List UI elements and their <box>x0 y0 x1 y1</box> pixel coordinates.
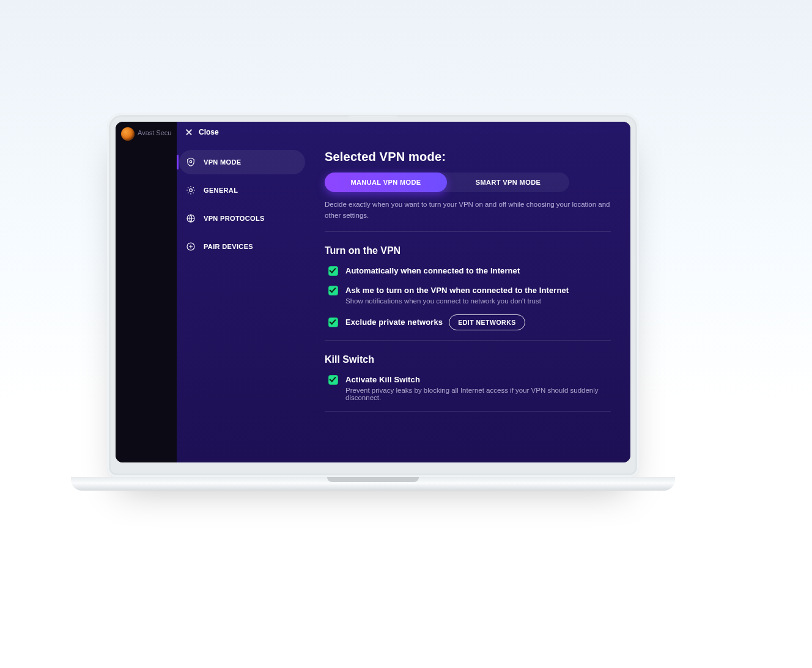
option-ask-me: Ask me to turn on the VPN when connected… <box>328 286 611 305</box>
option-exclude-private: Exclude private networks EDIT NETWORKS <box>328 314 611 330</box>
vpn-mode-toggle: MANUAL VPN MODE SMART VPN MODE <box>325 173 569 192</box>
shield-icon <box>185 157 196 168</box>
option-label: Activate Kill Switch <box>345 375 611 384</box>
edit-networks-button[interactable]: EDIT NETWORKS <box>449 314 525 330</box>
settings-panel: Close VPN MODE <box>177 122 630 462</box>
checkbox[interactable] <box>328 317 338 327</box>
settings-nav: VPN MODE GENERAL VPN PRO <box>177 146 308 462</box>
settings-content: Selected VPN mode: MANUAL VPN MODE SMART… <box>308 146 630 462</box>
app-title: Avast Secu <box>138 129 171 136</box>
screen: Avast Secu Close VPN MODE <box>116 122 630 462</box>
divider <box>325 231 611 232</box>
seg-smart-vpn-mode[interactable]: SMART VPN MODE <box>447 173 569 192</box>
nav-item-pair-devices[interactable]: PAIR DEVICES <box>179 234 305 259</box>
option-label: Automatically when connected to the Inte… <box>345 266 520 275</box>
nav-item-vpn-protocols[interactable]: VPN PROTOCOLS <box>179 206 305 231</box>
page-title: Selected VPN mode: <box>325 150 611 164</box>
divider <box>325 340 611 341</box>
option-label: Ask me to turn on the VPN when connected… <box>345 286 569 295</box>
plus-circle-icon <box>185 241 196 252</box>
svg-point-0 <box>190 161 191 163</box>
option-subtext: Show notifications when you connect to n… <box>345 297 569 305</box>
option-subtext: Prevent privacy leaks by blocking all In… <box>345 387 611 401</box>
svg-point-1 <box>190 189 193 192</box>
section-title-turn-on: Turn on the VPN <box>325 245 611 256</box>
kill-switch-options: Activate Kill Switch Prevent privacy lea… <box>328 375 611 401</box>
laptop-base <box>71 477 675 491</box>
nav-item-label: GENERAL <box>204 187 238 194</box>
nav-item-label: VPN MODE <box>204 158 241 166</box>
close-icon[interactable] <box>185 128 193 136</box>
laptop-frame: Avast Secu Close VPN MODE <box>107 113 639 477</box>
app-shell-column: Avast Secu <box>116 122 177 462</box>
nav-item-general[interactable]: GENERAL <box>179 178 305 202</box>
nav-item-vpn-mode[interactable]: VPN MODE <box>179 150 305 174</box>
divider <box>325 411 611 412</box>
option-label: Exclude private networks <box>345 317 443 327</box>
checkbox[interactable] <box>328 266 338 276</box>
close-label[interactable]: Close <box>199 128 219 136</box>
panel-header: Close <box>177 122 630 143</box>
gear-icon <box>185 185 196 196</box>
nav-item-label: PAIR DEVICES <box>204 243 253 250</box>
nav-item-label: VPN PROTOCOLS <box>204 215 265 222</box>
option-auto-internet: Automatically when connected to the Inte… <box>328 266 611 276</box>
seg-manual-vpn-mode[interactable]: MANUAL VPN MODE <box>325 173 447 192</box>
app-logo-icon <box>121 127 135 141</box>
checkbox[interactable] <box>328 286 338 295</box>
laptop-notch <box>349 116 397 121</box>
mode-description: Decide exactly when you want to turn you… <box>325 199 611 221</box>
turn-on-options: Automatically when connected to the Inte… <box>328 266 611 330</box>
checkbox[interactable] <box>328 375 338 385</box>
globe-icon <box>185 213 196 224</box>
option-activate-kill-switch: Activate Kill Switch Prevent privacy lea… <box>328 375 611 401</box>
section-title-kill-switch: Kill Switch <box>325 354 611 365</box>
